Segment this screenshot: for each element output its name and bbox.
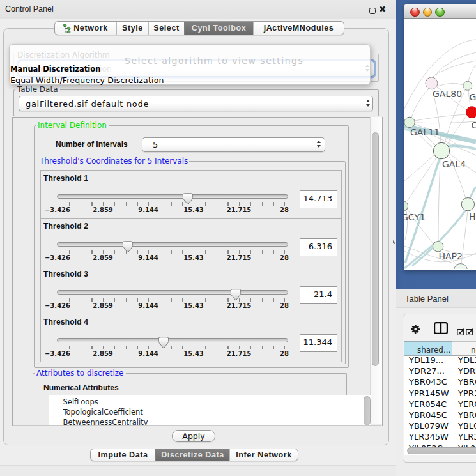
tab-cyni-toolbox[interactable]: Cyni Toolbox [184, 22, 253, 35]
network-node[interactable] [426, 77, 438, 89]
application-window: Control Panel ✖ Network Style Select [0, 0, 476, 476]
checkbox-checked-icon[interactable] [466, 326, 473, 338]
threshold-2-slider-track[interactable] [57, 242, 288, 247]
cell-shared-name[interactable]: YER054C [409, 399, 447, 409]
list-item[interactable]: SelfLoops [49, 397, 371, 407]
node-label: H [469, 211, 476, 222]
control-panel-tabs: Network Style Select Cyni Toolbox jActiv… [54, 21, 344, 35]
cell-shared-name[interactable]: YBL079W [409, 421, 449, 431]
column-header-shared-name[interactable]: shared... [404, 341, 452, 356]
threshold-3-slider-thumb[interactable] [231, 289, 242, 301]
spinner-arrows-icon [317, 141, 321, 148]
attributes-scrollbar-thumb[interactable] [364, 396, 371, 426]
dropdown-item-equal-width[interactable]: Equal Width/Frequency Discretization [10, 75, 164, 85]
tab-jactivemnodules-label: jActiveMNodules [264, 24, 334, 33]
viewport-bottom-edge [13, 425, 381, 427]
cell-name[interactable]: YDL1 [458, 355, 476, 365]
zoom-traffic-light[interactable] [435, 8, 445, 17]
threshold-3-value-field[interactable]: 21.4 [300, 286, 337, 304]
threshold-1-slider-thumb[interactable] [183, 193, 194, 205]
cell-shared-name[interactable]: YDL19... [409, 355, 443, 365]
cell-shared-name[interactable]: YPR145W [409, 388, 449, 398]
gear-icon[interactable] [411, 324, 420, 336]
settings-scrollbar-track[interactable] [370, 117, 382, 424]
network-node[interactable] [463, 81, 472, 90]
node-label: GAL11 [410, 127, 440, 137]
cell-name[interactable]: YDR2 [458, 366, 476, 376]
table-row[interactable]: YBR043CYBR0 [404, 377, 476, 388]
number-of-intervals-label: Number of Intervals [56, 140, 128, 149]
threshold-4-slider-thumb[interactable] [158, 337, 169, 349]
table-hscrollbar-thumb[interactable] [407, 447, 476, 454]
network-node[interactable] [433, 242, 443, 252]
table-row[interactable]: YPR145WYPR1 [404, 388, 476, 399]
cell-shared-name[interactable]: YBR043C [409, 377, 447, 387]
dropdown-placeholder-item[interactable]: Select algorithm to view settings [125, 56, 303, 66]
tab-jactivemnodules[interactable]: jActiveMNodules [253, 22, 344, 35]
apply-button[interactable]: Apply [172, 430, 215, 442]
table-row[interactable]: YER054CYER0 [404, 399, 476, 410]
divider-cursor-arrow [392, 235, 396, 247]
slider-ticks [41, 250, 341, 254]
tab-style[interactable]: Style [116, 22, 148, 35]
cell-name[interactable]: YPR1 [458, 388, 476, 398]
table-data-combobox[interactable]: galFiltered.sif default node [19, 96, 373, 111]
number-of-intervals-spinner[interactable]: 5 [142, 137, 325, 152]
tab-discretize-data-label: Discretize Data [161, 450, 224, 459]
network-node[interactable] [461, 198, 474, 211]
tab-discretize-data[interactable]: Discretize Data [155, 449, 229, 461]
cell-name[interactable]: YBR0 [458, 410, 476, 420]
close-traffic-light[interactable] [410, 8, 420, 17]
threshold-1-slider-track[interactable] [57, 194, 288, 199]
cell-name[interactable]: YBL0 [458, 421, 476, 431]
cell-name[interactable]: YER0 [458, 399, 476, 409]
attributes-scrollbar-track[interactable] [362, 395, 371, 425]
float-window-icon[interactable] [369, 8, 376, 14]
node-label: GA [470, 92, 476, 102]
table-row[interactable]: YLR345WYLR3 [404, 432, 476, 443]
numerical-attributes-list[interactable]: SelfLoops TopologicalCoefficient Between… [49, 395, 371, 425]
threshold-2-slider-thumb[interactable] [123, 241, 134, 253]
minimize-traffic-light[interactable] [423, 8, 433, 17]
table-row[interactable]: YDL19...YDL1 [404, 355, 476, 366]
network-graph: GAL80 GA C GAL11 GAL4 GCY1 H HAP2 [404, 18, 476, 269]
tab-select[interactable]: Select [148, 22, 184, 35]
table-row[interactable]: YBR045CYBR0 [404, 410, 476, 421]
table-row[interactable]: YDR27...YDR2 [404, 366, 476, 377]
list-item[interactable]: TopologicalCoefficient [49, 407, 371, 417]
network-canvas[interactable]: GAL80 GA C GAL11 GAL4 GCY1 H HAP2 [404, 18, 476, 269]
bottom-mode-tabs: Impute Data Discretize Data Infer Networ… [90, 449, 298, 461]
network-node-red[interactable] [466, 107, 476, 118]
checkbox-checked-icon[interactable] [457, 326, 464, 338]
tab-select-label: Select [153, 24, 179, 33]
cell-shared-name[interactable]: YDR27... [409, 366, 445, 376]
threshold-4-value-field[interactable]: 11.344 [300, 334, 337, 352]
cell-shared-name[interactable]: YBR045C [409, 410, 447, 420]
cell-shared-name[interactable]: YLR345W [409, 432, 449, 441]
list-item[interactable]: BetweennessCentrality [49, 417, 371, 425]
threshold-1-value-field[interactable]: 14.713 [300, 190, 337, 208]
settings-scrollbar-thumb[interactable] [372, 132, 379, 366]
table-row[interactable]: YBL079WYBL0 [404, 421, 476, 432]
threshold-1-label: Threshold 1 [43, 174, 88, 183]
threshold-4-slider-track[interactable] [57, 338, 288, 342]
tab-network[interactable]: Network [55, 22, 116, 35]
network-node[interactable] [404, 117, 415, 127]
tab-impute-data[interactable]: Impute Data [91, 449, 155, 461]
table-data-group-title: Table Data [15, 85, 60, 94]
network-window-titlebar[interactable] [404, 4, 476, 19]
close-icon[interactable]: ✖ [379, 4, 386, 14]
cell-name[interactable]: YBR0 [458, 377, 476, 387]
columns-icon[interactable] [434, 322, 448, 337]
column-header-name[interactable]: name [452, 341, 476, 356]
network-node[interactable] [454, 264, 468, 270]
tab-infer-network[interactable]: Infer Network [229, 449, 298, 461]
control-panel-titlebar: Control Panel ✖ [0, 0, 396, 19]
threshold-2-value-field[interactable]: 6.316 [300, 238, 337, 256]
dropdown-item-manual-discretization[interactable]: Manual Discretization [10, 65, 100, 73]
network-node[interactable] [433, 142, 449, 158]
tab-style-label: Style [122, 24, 143, 33]
cell-name[interactable]: YLR3 [458, 432, 476, 441]
threshold-3-slider-track[interactable] [57, 290, 288, 295]
threshold-2-panel: Threshold 2 −3.4262.8599.14415.4321.7152… [40, 218, 342, 266]
